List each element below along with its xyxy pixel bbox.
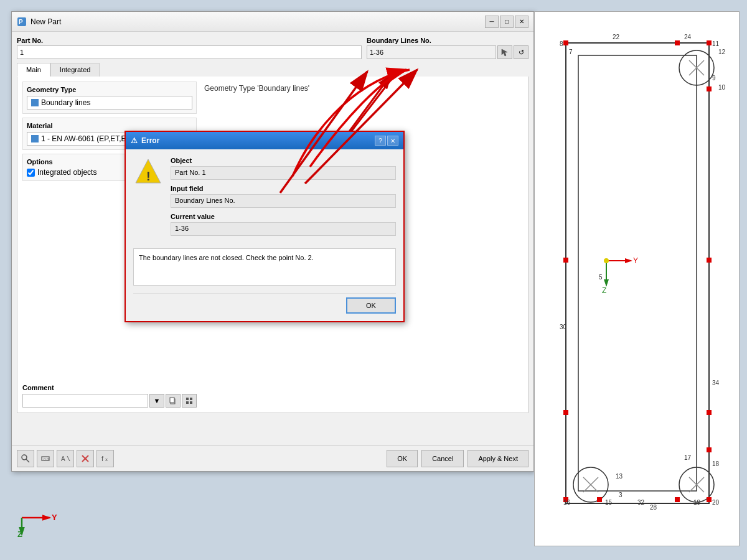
svg-text:f: f — [101, 455, 104, 462]
tab-main[interactable]: Main — [17, 63, 50, 77]
svg-marker-2 — [502, 49, 507, 56]
svg-text:0.0: 0.0 — [44, 457, 49, 461]
boundary-input-row: ↺ — [367, 45, 529, 59]
material-title: Material — [27, 122, 192, 129]
comment-copy-btn[interactable] — [166, 394, 181, 408]
minimize-button[interactable]: ─ — [485, 16, 499, 28]
svg-rect-46 — [707, 447, 712, 452]
part-no-label: Part No. — [17, 37, 362, 44]
svg-line-14 — [67, 456, 70, 461]
geometry-type-title: Geometry Type — [27, 86, 192, 93]
apply-next-button[interactable]: Apply & Next — [467, 450, 529, 467]
app-icon: P — [17, 17, 27, 27]
copy-icon — [169, 397, 177, 404]
svg-text:17: 17 — [684, 454, 692, 461]
current-value: 1-36 — [171, 222, 396, 236]
dimension-toolbar-btn[interactable]: A — [57, 450, 74, 467]
integrated-checkbox[interactable] — [27, 169, 35, 177]
svg-text:5: 5 — [599, 274, 603, 281]
error-title-text: Error — [141, 136, 159, 145]
svg-text:Z: Z — [17, 530, 22, 539]
cursor-icon — [500, 48, 509, 57]
tab-integrated[interactable]: Integrated — [50, 63, 100, 77]
boundary-section: Boundary Lines No. ↺ — [367, 37, 529, 59]
error-fields: Object Part No. 1 Input field Boundary L… — [171, 157, 396, 241]
delete-icon — [80, 454, 90, 464]
tabs-row: Main Integrated — [17, 63, 529, 77]
error-message: The boundary lines are not closed. Check… — [133, 248, 396, 286]
measure-toolbar-btn[interactable]: 0.0 — [37, 450, 54, 467]
titlebar-left: P New Part — [17, 17, 61, 27]
cancel-button[interactable]: Cancel — [421, 450, 464, 467]
boundary-select-btn[interactable] — [497, 45, 512, 59]
geometry-type-value: Boundary lines — [27, 96, 192, 110]
part-no-section: Part No. — [17, 37, 362, 59]
svg-rect-45 — [675, 497, 680, 502]
svg-rect-37 — [707, 497, 712, 502]
error-title-left: ⚠ Error — [131, 136, 159, 145]
svg-rect-6 — [190, 398, 192, 400]
svg-rect-44 — [597, 497, 602, 502]
svg-rect-5 — [186, 398, 189, 400]
svg-text:7: 7 — [569, 49, 573, 55]
svg-point-49 — [604, 258, 609, 263]
maximize-button[interactable]: □ — [500, 16, 514, 28]
svg-text:Y: Y — [52, 513, 57, 522]
svg-rect-7 — [186, 401, 189, 404]
svg-rect-4 — [170, 398, 174, 403]
cad-viewport: // We'll draw grid in the SVG directly — [534, 11, 740, 546]
svg-text:16: 16 — [563, 499, 571, 506]
grid-icon — [186, 397, 193, 404]
svg-rect-23 — [566, 43, 709, 503]
svg-text:34: 34 — [712, 380, 720, 386]
titlebar-controls: ─ □ ✕ — [485, 16, 529, 28]
svg-rect-35 — [707, 40, 712, 45]
boundary-input[interactable] — [367, 45, 496, 59]
svg-text:32: 32 — [637, 499, 645, 506]
comment-input-row: ▼ — [22, 394, 197, 408]
error-dialog: ⚠ Error ? ✕ ! Object Part No. 1 Input fi… — [125, 131, 405, 322]
object-label: Object — [171, 157, 396, 164]
function-icon: f x — [100, 454, 110, 464]
error-ok-button[interactable]: OK — [346, 297, 396, 314]
error-title-controls: ? ✕ — [375, 136, 398, 146]
error-icon: ⚠ — [131, 136, 138, 145]
comment-dropdown-btn[interactable]: ▼ — [149, 394, 164, 408]
svg-text:15: 15 — [605, 499, 613, 506]
input-field-value: Boundary Lines No. — [171, 194, 396, 208]
error-body: ! Object Part No. 1 Input field Boundary… — [126, 149, 403, 321]
svg-text:13: 13 — [616, 473, 623, 480]
svg-rect-34 — [563, 40, 568, 45]
main-dialog-titlebar: P New Part ─ □ ✕ — [12, 12, 533, 32]
svg-text:!: ! — [146, 169, 151, 183]
object-value: Part No. 1 — [171, 166, 396, 180]
function-toolbar-btn[interactable]: f x — [96, 450, 114, 467]
measure-icon: 0.0 — [40, 454, 50, 464]
svg-text:28: 28 — [650, 504, 657, 511]
top-fields: Part No. Boundary Lines No. ↺ — [17, 37, 529, 59]
svg-point-9 — [22, 455, 27, 460]
comment-field[interactable] — [22, 394, 148, 408]
svg-text:3: 3 — [619, 492, 622, 498]
delete-toolbar-btn[interactable] — [77, 450, 94, 467]
error-close-btn[interactable]: ✕ — [387, 136, 398, 146]
ok-button[interactable]: OK — [387, 450, 418, 467]
svg-text:22: 22 — [613, 34, 620, 40]
svg-text:30: 30 — [560, 324, 567, 330]
error-help-btn[interactable]: ? — [375, 136, 386, 146]
boundary-reset-btn[interactable]: ↺ — [514, 45, 529, 59]
geometry-type-section: Geometry Type Boundary lines — [22, 82, 197, 114]
svg-rect-8 — [190, 401, 192, 404]
warning-triangle-icon: ! — [133, 157, 163, 187]
search-toolbar-btn[interactable] — [17, 450, 34, 467]
svg-rect-24 — [578, 55, 697, 491]
svg-rect-40 — [563, 410, 568, 415]
svg-text:10: 10 — [718, 84, 726, 91]
integrated-label: Integrated objects — [37, 168, 96, 177]
close-button[interactable]: ✕ — [515, 16, 529, 28]
comment-grid-btn[interactable] — [182, 394, 197, 408]
part-no-input[interactable] — [17, 45, 362, 59]
error-titlebar: ⚠ Error ? ✕ — [126, 132, 403, 149]
svg-rect-41 — [707, 410, 712, 415]
svg-text:11: 11 — [712, 40, 720, 47]
